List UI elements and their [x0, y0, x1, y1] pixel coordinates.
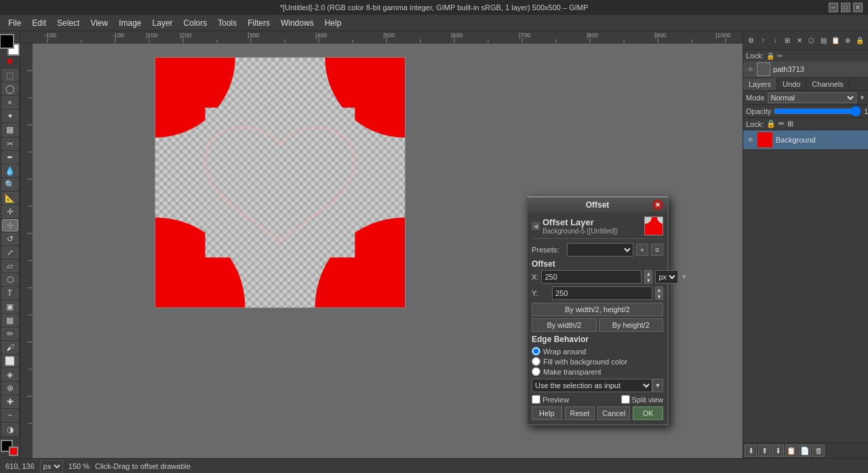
layers-tab[interactable]: Layers: [743, 78, 777, 90]
offset-x-down[interactable]: ▼: [644, 277, 652, 284]
split-view-label[interactable]: Split view: [632, 396, 663, 404]
panel-tool-7[interactable]: ▤: [818, 35, 829, 47]
unit-dropdown-arrow[interactable]: ▼: [681, 273, 687, 280]
bg-swatch[interactable]: [9, 447, 18, 456]
airbrush-tool[interactable]: ◈: [2, 368, 18, 381]
blend-tool[interactable]: ▦: [2, 314, 18, 326]
preview-label[interactable]: Preview: [542, 396, 569, 404]
split-view-checkbox[interactable]: [621, 395, 630, 404]
color-reset-widget[interactable]: [0, 440, 20, 455]
menu-item-select[interactable]: Select: [52, 17, 85, 29]
panel-tool-4[interactable]: ⊞: [782, 35, 793, 47]
preview-checkbox[interactable]: [532, 395, 540, 404]
panel-tool-1[interactable]: ⚙: [746, 35, 757, 47]
by-color-select-tool[interactable]: ▩: [2, 124, 18, 136]
reset-button[interactable]: Reset: [565, 406, 595, 420]
offset-y-up[interactable]: ▲: [655, 286, 663, 293]
smudge-tool[interactable]: ~: [2, 409, 18, 421]
foreground-color[interactable]: [0, 34, 14, 49]
lock-icon-2[interactable]: ✏: [777, 52, 783, 60]
layer-action-4[interactable]: 📋: [785, 444, 797, 457]
ellipse-select-tool[interactable]: ◯: [2, 83, 18, 95]
clone-tool[interactable]: ⊕: [2, 382, 18, 394]
bucket-fill-tool[interactable]: ▣: [2, 301, 18, 313]
color-picker-tool[interactable]: 💧: [2, 165, 18, 177]
layer-action-2[interactable]: ⬆: [758, 444, 770, 457]
align-tool[interactable]: ⊹: [2, 219, 18, 231]
panel-tool-2[interactable]: ↑: [758, 35, 769, 47]
scale-tool[interactable]: ⤢: [2, 246, 18, 259]
layer-action-5[interactable]: 📄: [799, 444, 811, 457]
offset-y-down[interactable]: ▼: [655, 293, 663, 300]
menu-item-colors[interactable]: Colors: [178, 17, 213, 29]
make-transparent-radio[interactable]: [532, 367, 540, 376]
free-select-tool[interactable]: ⌖: [2, 96, 18, 109]
panel-tool-8[interactable]: 📋: [831, 35, 842, 47]
offset-collapse-icon[interactable]: ◀: [532, 222, 540, 230]
lock-pixels-icon[interactable]: 🔒: [766, 119, 776, 128]
pencil-tool[interactable]: ✏: [2, 328, 18, 340]
offset-x-up[interactable]: ▲: [644, 270, 652, 277]
rotate-tool[interactable]: ↺: [2, 233, 18, 245]
path-eye[interactable]: 👁: [746, 64, 755, 74]
wrap-around-label[interactable]: Wrap around: [543, 347, 586, 356]
layer-action-3[interactable]: ⬇: [772, 444, 784, 457]
by-width-button[interactable]: By width/2: [532, 318, 597, 332]
dodge-burn-tool[interactable]: ◑: [2, 423, 18, 435]
lock-icon-1[interactable]: 🔒: [766, 52, 774, 60]
fg-bg-color-widget[interactable]: [0, 34, 20, 52]
path-row[interactable]: 👁 path3713: [743, 61, 868, 78]
panel-tool-9[interactable]: ⊕: [842, 35, 853, 47]
zoom-tool[interactable]: 🔍: [2, 178, 18, 191]
eraser-tool[interactable]: ⬜: [2, 355, 18, 367]
help-button[interactable]: Help: [532, 406, 562, 420]
lock-alpha-icon[interactable]: ⊞: [787, 119, 793, 128]
menu-item-filters[interactable]: Filters: [242, 17, 275, 29]
maximize-button[interactable]: □: [841, 3, 850, 12]
by-height-button[interactable]: By height/2: [599, 318, 664, 332]
fuzzy-select-tool[interactable]: ✦: [2, 110, 18, 122]
menu-item-view[interactable]: View: [85, 17, 113, 29]
presets-manage-button[interactable]: ≡: [651, 244, 663, 256]
perspective-tool[interactable]: ⬡: [2, 273, 18, 286]
menu-item-file[interactable]: File: [3, 17, 26, 29]
paintbrush-tool[interactable]: 🖌: [2, 341, 18, 354]
channels-tab[interactable]: Channels: [806, 78, 849, 90]
image-canvas[interactable]: [155, 57, 406, 308]
offset-dialog-titlebar[interactable]: Offset ✕: [528, 197, 667, 212]
make-transparent-label[interactable]: Make transparent: [543, 368, 601, 376]
layer-action-1[interactable]: ⬇: [745, 444, 757, 457]
mode-select[interactable]: Normal: [768, 92, 857, 103]
status-unit-select[interactable]: px: [40, 460, 63, 472]
presets-add-button[interactable]: +: [636, 244, 648, 256]
wrap-around-radio[interactable]: [532, 347, 540, 356]
offset-unit-select[interactable]: px: [655, 270, 678, 284]
move-tool[interactable]: ✛: [2, 206, 18, 218]
minimize-button[interactable]: ─: [829, 3, 838, 12]
presets-select[interactable]: [567, 243, 633, 257]
rectangle-select-tool[interactable]: ⬚: [2, 69, 18, 81]
measure-tool[interactable]: 📐: [2, 192, 18, 204]
opacity-slider[interactable]: [774, 107, 861, 116]
menu-item-help[interactable]: Help: [319, 17, 347, 29]
layer-item-background[interactable]: 👁 Background: [743, 130, 868, 150]
cancel-button[interactable]: Cancel: [597, 406, 630, 420]
panel-tool-3[interactable]: ↓: [770, 35, 781, 47]
menu-item-layer[interactable]: Layer: [147, 17, 178, 29]
by-width-height-button[interactable]: By width/2, height/2: [532, 303, 663, 316]
ok-button[interactable]: OK: [633, 406, 663, 420]
layer-action-6[interactable]: 🗑: [812, 444, 825, 457]
undo-tab[interactable]: Undo: [777, 78, 806, 90]
scissors-select-tool[interactable]: ✂: [2, 138, 18, 150]
layer-visibility-eye[interactable]: 👁: [746, 135, 755, 145]
menu-item-image[interactable]: Image: [113, 17, 146, 29]
offset-dialog-close-button[interactable]: ✕: [652, 200, 663, 210]
offset-x-input[interactable]: [541, 270, 642, 284]
fill-background-radio[interactable]: [532, 357, 540, 366]
lock-position-icon[interactable]: ✏: [778, 119, 785, 128]
menu-item-windows[interactable]: Windows: [275, 17, 319, 29]
paths-tool[interactable]: ✒: [2, 151, 18, 164]
text-tool[interactable]: T: [2, 287, 18, 299]
canvas-area[interactable]: Offset ✕ ◀ Offset Layer Background-5 ([U…: [33, 43, 743, 458]
offset-y-input[interactable]: [552, 286, 652, 300]
